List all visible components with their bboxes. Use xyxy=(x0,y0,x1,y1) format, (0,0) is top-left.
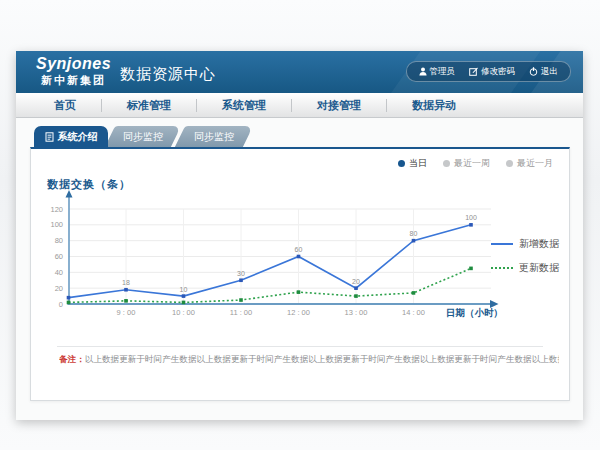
radio-dot-icon xyxy=(443,160,450,167)
svg-text:100: 100 xyxy=(465,214,477,221)
svg-text:40: 40 xyxy=(55,268,63,277)
svg-text:20: 20 xyxy=(352,278,360,285)
user-icon xyxy=(419,67,427,76)
svg-text:80: 80 xyxy=(55,236,63,245)
footnote-label: 备注： xyxy=(59,354,85,364)
svg-text:120: 120 xyxy=(50,205,63,214)
radio-dot-icon xyxy=(398,160,405,167)
svg-text:14 : 00: 14 : 00 xyxy=(402,308,425,317)
divider xyxy=(57,346,543,347)
time-range-filters: 当日 最近一周 最近一月 xyxy=(398,157,553,170)
tab-system-intro[interactable]: 系统介绍 xyxy=(34,126,108,147)
footnote-text: 以上数据更新于时间产生数据以上数据更新于时间产生数据以上数据更新于时间产生数据以… xyxy=(85,354,559,364)
solid-line-sample-icon xyxy=(491,243,513,245)
radio-dot-icon xyxy=(506,160,513,167)
dotted-line-sample-icon xyxy=(491,267,513,269)
nav-item-data-change[interactable]: 数据异动 xyxy=(387,99,481,112)
nav-item-home[interactable]: 首页 xyxy=(16,99,102,112)
svg-text:10 : 00: 10 : 00 xyxy=(172,308,195,317)
svg-text:11 : 00: 11 : 00 xyxy=(230,308,252,317)
main-nav: 首页 标准管理 系统管理 对接管理 数据异动 xyxy=(16,93,583,118)
page-title: 数据资源中心 xyxy=(120,65,216,84)
svg-text:80: 80 xyxy=(410,230,418,237)
svg-text:13 : 00: 13 : 00 xyxy=(345,308,368,317)
app-header: Synjones 新中新集团 数据资源中心 管理员 修改密码 退出 xyxy=(16,51,583,93)
svg-text:9 : 00: 9 : 00 xyxy=(117,308,136,317)
filter-last-month[interactable]: 最近一月 xyxy=(506,157,553,170)
legend-item-new-data[interactable]: 新增数据 xyxy=(491,237,559,251)
document-icon xyxy=(45,132,54,142)
nav-item-standard-mgmt[interactable]: 标准管理 xyxy=(102,99,197,112)
filter-last-week[interactable]: 最近一周 xyxy=(443,157,490,170)
svg-text:20: 20 xyxy=(55,284,63,293)
svg-text:60: 60 xyxy=(295,246,303,253)
chart-legend: 新增数据 更新数据 xyxy=(491,237,559,275)
company-logo: Synjones 新中新集团 xyxy=(36,55,111,86)
desktop-background: { "header": { "brand": "Synjones", "bran… xyxy=(0,0,600,450)
svg-text:10: 10 xyxy=(180,286,188,293)
nav-item-system-mgmt[interactable]: 系统管理 xyxy=(197,99,292,112)
power-icon xyxy=(529,67,538,76)
svg-text:12 : 00: 12 : 00 xyxy=(287,308,310,317)
current-user[interactable]: 管理员 xyxy=(419,66,456,78)
company-name: 新中新集团 xyxy=(36,74,111,86)
filter-today[interactable]: 当日 xyxy=(398,157,427,170)
content-area: 系统介绍 同步监控 同步监控 当日 最近一周 xyxy=(16,118,583,420)
tab-sync-monitor-2[interactable]: 同步监控 xyxy=(180,126,248,147)
app-window: Synjones 新中新集团 数据资源中心 管理员 修改密码 退出 首页 标准管… xyxy=(16,51,583,420)
logout-button[interactable]: 退出 xyxy=(529,66,558,78)
svg-text:60: 60 xyxy=(55,252,63,261)
brand-name: Synjones xyxy=(36,55,111,73)
edit-icon xyxy=(469,67,478,76)
svg-text:30: 30 xyxy=(237,270,245,277)
svg-text:0: 0 xyxy=(59,300,63,309)
user-menu: 管理员 修改密码 退出 xyxy=(406,61,572,82)
change-password-button[interactable]: 修改密码 xyxy=(469,66,515,78)
chart-panel: 当日 最近一周 最近一月 数据交换（条） 0204060801001209 : … xyxy=(30,147,570,401)
svg-text:18: 18 xyxy=(122,279,130,286)
svg-text:日期（小时）: 日期（小时） xyxy=(446,307,503,319)
line-chart: 0204060801001209 : 0010 : 0011 : 0012 : … xyxy=(39,188,509,338)
tab-sync-monitor-1[interactable]: 同步监控 xyxy=(110,126,176,147)
footnote: 备注：以上数据更新于时间产生数据以上数据更新于时间产生数据以上数据更新于时间产生… xyxy=(59,354,559,366)
svg-text:100: 100 xyxy=(50,220,63,229)
nav-item-integration-mgmt[interactable]: 对接管理 xyxy=(292,99,387,112)
legend-item-updated-data[interactable]: 更新数据 xyxy=(491,261,559,275)
